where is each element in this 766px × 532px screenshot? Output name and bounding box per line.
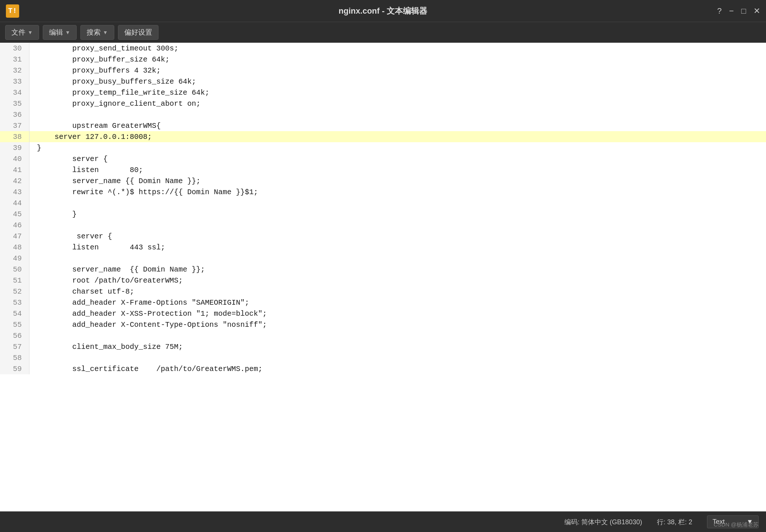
table-row: 35 proxy_ignore_client_abort on; xyxy=(0,98,766,109)
line-number: 36 xyxy=(0,109,29,120)
line-content: upstream GreaterWMS{ xyxy=(29,120,161,131)
line-number: 41 xyxy=(0,164,29,175)
table-row: 44 xyxy=(0,197,766,209)
table-row: 37 upstream GreaterWMS{ xyxy=(0,120,766,131)
line-number: 58 xyxy=(0,352,29,363)
line-content: } xyxy=(29,142,41,153)
line-content: server_name {{ Domin Name }}; xyxy=(29,264,205,275)
line-content: client_max_body_size 75M; xyxy=(29,341,183,352)
line-content: server { xyxy=(29,231,112,242)
minimize-button[interactable]: − xyxy=(729,7,734,15)
line-number: 43 xyxy=(0,186,29,197)
table-row: 39} xyxy=(0,142,766,153)
line-content: rewrite ^(.*)$ https://{{ Domin Name }}$… xyxy=(29,186,258,197)
table-row: 54 add_header X-XSS-Protection "1; mode=… xyxy=(0,308,766,319)
line-number: 49 xyxy=(0,253,29,264)
table-row: 43 rewrite ^(.*)$ https://{{ Domin Name … xyxy=(0,186,766,197)
maximize-button[interactable]: □ xyxy=(741,7,746,15)
titlebar-left: T! xyxy=(6,4,19,18)
file-menu[interactable]: 文件 ▼ xyxy=(5,25,39,40)
table-row: 30 proxy_send_timeout 300s; xyxy=(0,43,766,54)
line-content: ssl_certificate /path/to/GreaterWMS.pem; xyxy=(29,363,262,374)
search-menu-label: 搜索 xyxy=(87,28,101,37)
line-content: add_header X-Frame-Options "SAMEORIGIN"; xyxy=(29,297,249,308)
table-row: 53 add_header X-Frame-Options "SAMEORIGI… xyxy=(0,297,766,308)
position-status: 行: 38, 栏: 2 xyxy=(657,518,692,526)
edit-menu[interactable]: 编辑 ▼ xyxy=(43,25,77,40)
table-row: 50 server_name {{ Domin Name }}; xyxy=(0,264,766,275)
line-number: 44 xyxy=(0,197,29,209)
table-row: 58 xyxy=(0,352,766,363)
table-row: 31 proxy_buffer_size 64k; xyxy=(0,54,766,65)
encoding-status: 编码: 简体中文 (GB18030) xyxy=(564,518,642,526)
line-number: 31 xyxy=(0,54,29,65)
line-number: 54 xyxy=(0,308,29,319)
line-number: 55 xyxy=(0,319,29,330)
table-row: 41 listen 80; xyxy=(0,164,766,175)
edit-menu-arrow: ▼ xyxy=(65,29,70,35)
editor-area[interactable]: 30 proxy_send_timeout 300s;31 proxy_buff… xyxy=(0,43,766,511)
line-number: 39 xyxy=(0,142,29,153)
line-content: listen 443 ssl; xyxy=(29,242,165,253)
close-button[interactable]: ✕ xyxy=(753,7,760,15)
line-content: proxy_send_timeout 300s; xyxy=(29,43,178,54)
titlebar: T! nginx.conf - 文本编辑器 ? − □ ✕ xyxy=(0,0,766,22)
line-content: } xyxy=(29,209,77,220)
line-content: add_header X-Content-Type-Options "nosni… xyxy=(29,319,267,330)
line-number: 46 xyxy=(0,220,29,231)
line-number: 52 xyxy=(0,286,29,297)
table-row: 34 proxy_temp_file_write_size 64k; xyxy=(0,87,766,98)
line-number: 59 xyxy=(0,363,29,374)
line-content: charset utf-8; xyxy=(29,286,134,297)
line-number: 50 xyxy=(0,264,29,275)
line-number: 37 xyxy=(0,120,29,131)
line-content: listen 80; xyxy=(29,164,143,175)
table-row: 57 client_max_body_size 75M; xyxy=(0,341,766,352)
line-number: 56 xyxy=(0,330,29,341)
table-row: 59 ssl_certificate /path/to/GreaterWMS.p… xyxy=(0,363,766,374)
line-content: server_name {{ Domin Name }}; xyxy=(29,175,201,186)
table-row: 49 xyxy=(0,253,766,264)
code-container[interactable]: 30 proxy_send_timeout 300s;31 proxy_buff… xyxy=(0,43,766,511)
line-content: add_header X-XSS-Protection "1; mode=blo… xyxy=(29,308,267,319)
line-number: 51 xyxy=(0,275,29,286)
line-content: proxy_ignore_client_abort on; xyxy=(29,98,201,109)
table-row: 46 xyxy=(0,220,766,231)
line-number: 32 xyxy=(0,65,29,76)
line-number: 34 xyxy=(0,87,29,98)
line-content: proxy_buffers 4 32k; xyxy=(29,65,161,76)
line-number: 45 xyxy=(0,209,29,220)
line-content xyxy=(29,330,37,341)
line-number: 47 xyxy=(0,231,29,242)
line-content xyxy=(29,109,37,120)
line-content xyxy=(29,220,37,231)
statusbar: 编码: 简体中文 (GB18030) 行: 38, 栏: 2 Text ▼ xyxy=(0,511,766,532)
table-row: 55 add_header X-Content-Type-Options "no… xyxy=(0,319,766,330)
table-row: 48 listen 443 ssl; xyxy=(0,242,766,253)
app-icon: T! xyxy=(6,4,19,18)
table-row: 56 xyxy=(0,330,766,341)
table-row: 32 proxy_buffers 4 32k; xyxy=(0,65,766,76)
prefs-menu-label: 偏好设置 xyxy=(124,28,152,37)
table-row: 33 proxy_busy_buffers_size 64k; xyxy=(0,76,766,87)
line-number: 40 xyxy=(0,153,29,164)
table-row: 38 server 127.0.0.1:8008; xyxy=(0,131,766,142)
watermark: CSDN @杨浦老苏 xyxy=(714,521,759,528)
line-number: 42 xyxy=(0,175,29,186)
table-row: 51 root /path/to/GreaterWMS; xyxy=(0,275,766,286)
prefs-menu[interactable]: 偏好设置 xyxy=(118,25,159,40)
line-content xyxy=(29,253,37,264)
table-row: 40 server { xyxy=(0,153,766,164)
table-row: 47 server { xyxy=(0,231,766,242)
line-number: 30 xyxy=(0,43,29,54)
help-button[interactable]: ? xyxy=(717,7,722,15)
line-content: proxy_temp_file_write_size 64k; xyxy=(29,87,209,98)
search-menu-arrow: ▼ xyxy=(103,29,108,35)
line-content: server { xyxy=(29,153,108,164)
file-menu-label: 文件 xyxy=(11,28,25,37)
search-menu[interactable]: 搜索 ▼ xyxy=(80,25,114,40)
file-menu-arrow: ▼ xyxy=(28,29,33,35)
line-number: 57 xyxy=(0,341,29,352)
line-content: proxy_busy_buffers_size 64k; xyxy=(29,76,196,87)
menubar: 文件 ▼ 编辑 ▼ 搜索 ▼ 偏好设置 xyxy=(0,22,766,43)
